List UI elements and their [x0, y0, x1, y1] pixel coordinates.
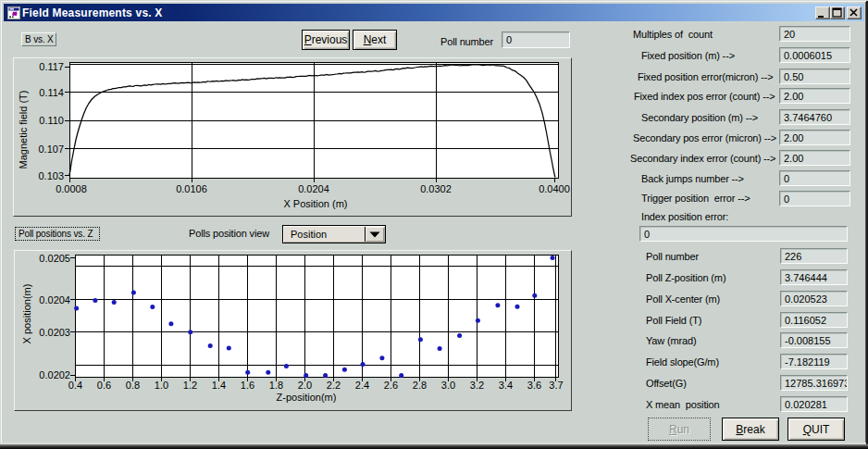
svg-text:0.6: 0.6 [97, 380, 111, 391]
svg-text:1.6: 1.6 [241, 380, 254, 391]
svg-text:2.6: 2.6 [384, 380, 398, 391]
svg-text:0.114: 0.114 [39, 87, 64, 98]
svg-text:0.103: 0.103 [38, 170, 64, 181]
svg-text:Z-position(m): Z-position(m) [277, 392, 337, 403]
svg-text:Magnetic field (T): Magnetic field (T) [18, 91, 29, 169]
svg-text:0.117: 0.117 [39, 61, 64, 72]
svg-text:2.0: 2.0 [298, 380, 312, 391]
svg-text:1.8: 1.8 [269, 380, 283, 391]
svg-text:0.0204: 0.0204 [298, 183, 329, 194]
svg-text:0.0400: 0.0400 [539, 183, 570, 194]
svg-text:3.2: 3.2 [470, 380, 484, 391]
svg-text:0.0106: 0.0106 [176, 183, 207, 194]
svg-text:1.4: 1.4 [212, 380, 226, 391]
svg-text:1.0: 1.0 [155, 380, 168, 391]
svg-text:2.4: 2.4 [355, 380, 369, 391]
svg-text:0.4: 0.4 [68, 380, 82, 391]
svg-text:3.6: 3.6 [527, 380, 541, 391]
svg-text:0.0302: 0.0302 [420, 183, 452, 194]
svg-text:0.8: 0.8 [126, 380, 140, 391]
svg-text:3.0: 3.0 [441, 380, 455, 391]
svg-text:0.110: 0.110 [39, 115, 64, 126]
svg-text:3.4: 3.4 [499, 380, 513, 391]
svg-text:0.107: 0.107 [38, 143, 64, 155]
svg-text:0.0202: 0.0202 [39, 369, 70, 380]
svg-text:2.8: 2.8 [413, 380, 427, 391]
svg-text:2.2: 2.2 [327, 380, 341, 391]
svg-text:0.0203: 0.0203 [39, 327, 70, 338]
svg-text:X position(m): X position(m) [21, 284, 32, 344]
svg-text:0.0205: 0.0205 [39, 253, 70, 264]
svg-text:0.0008: 0.0008 [56, 183, 87, 194]
svg-text:1.2: 1.2 [183, 380, 197, 391]
svg-text:3.7: 3.7 [549, 380, 563, 391]
svg-text:X Position (m): X Position (m) [283, 198, 347, 209]
svg-text:0.0204: 0.0204 [39, 294, 70, 306]
